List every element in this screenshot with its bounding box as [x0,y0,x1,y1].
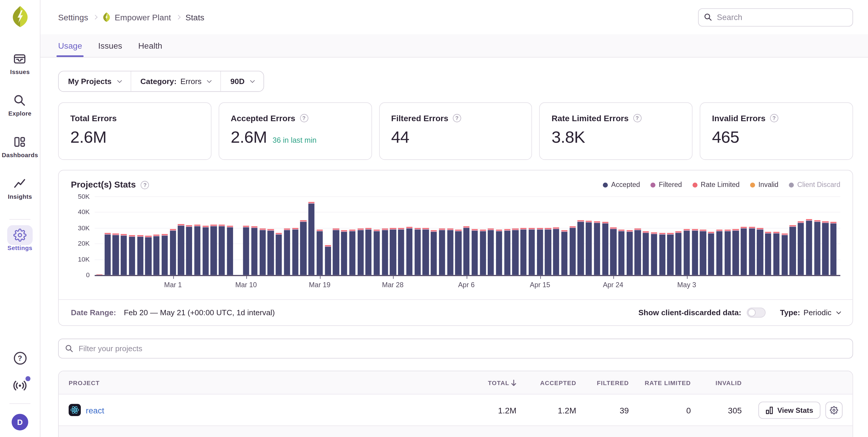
chart-bar [602,222,608,275]
stat-card-title: Accepted Errors [231,113,295,123]
org-logo-small-icon [102,12,111,22]
client-discard-toggle[interactable] [747,308,766,317]
org-logo[interactable] [11,6,29,28]
chart-bar [390,228,396,275]
client-discard-toggle-label: Show client-discarded data: [639,308,741,317]
legend-dot-icon [789,182,794,187]
breadcrumb-org-label: Empower Plant [115,12,171,22]
sidebar-item-settings[interactable]: Settings [7,229,32,251]
chart-bar [219,225,225,275]
y-axis-tick-label: 50K [78,193,90,200]
chart-bar [374,230,380,275]
bar-chart-icon [766,406,773,414]
sidebar-bottom: D [9,352,30,430]
rate-limited-cell: 0 [629,405,691,414]
projects-dropdown[interactable]: My Projects [59,71,130,92]
main-area: Settings Empower Plant Stats [40,0,868,437]
chart-bar [668,233,674,275]
category-dropdown[interactable]: Category: Errors [131,71,220,92]
stat-card-value: 2.6M [231,128,267,146]
chart-bar [308,202,314,275]
help-tooltip-icon[interactable] [453,114,461,122]
chevron-right-icon [176,15,181,20]
stat-cards: Total Errors 2.6M Accepted Errors 2.6M 3… [58,102,853,160]
column-header-rate-limited[interactable]: RATE LIMITED [629,379,691,386]
legend-item[interactable]: Rate Limited [692,181,740,189]
breadcrumb-settings[interactable]: Settings [58,12,88,22]
whats-new-button[interactable] [13,378,27,393]
chart-bar [464,226,470,275]
breadcrumb-page: Stats [185,12,204,22]
chart-bar [121,234,127,275]
chart-bar [276,233,282,275]
sidebar-item-label: Insights [8,193,32,200]
sidebar-item-explore[interactable]: Explore [8,94,31,117]
chevron-right-icon [93,15,98,20]
category-value: Errors [181,77,202,86]
type-dropdown[interactable]: Type: Periodic [780,308,840,317]
chart-bar [733,229,739,275]
help-tooltip-icon[interactable] [770,114,778,122]
tab-usage[interactable]: Usage [58,34,82,57]
top-bar: Settings Empower Plant Stats [40,0,868,34]
column-header-filtered[interactable]: FILTERED [576,379,629,386]
insights-chart-icon [13,177,27,191]
legend-item[interactable]: Filtered [651,181,682,189]
chart-bar [651,232,657,275]
x-axis-tick-label: Apr 15 [530,281,550,289]
tab-issues[interactable]: Issues [98,34,122,57]
date-range-dropdown[interactable]: 90D [221,71,264,92]
help-tooltip-icon[interactable] [633,114,642,122]
legend-item[interactable]: Client Discard [789,181,840,189]
project-filter [58,338,853,359]
column-header-project[interactable]: PROJECT [59,379,456,386]
sidebar-item-dashboards[interactable]: Dashboards [2,135,38,158]
sidebar-item-issues[interactable]: Issues [10,52,30,75]
app-root: Issues Explore Dashboards [0,0,868,437]
user-avatar[interactable]: D [11,414,28,430]
filtered-cell: 39 [576,405,629,414]
chart-bar [757,228,763,275]
chart-bar [512,228,518,275]
chart-footer: Date Range: Feb 20 — May 21 (+00:00 UTC,… [59,299,852,325]
chart-bar [578,220,584,275]
broadcast-icon [13,378,27,393]
stat-card-title: Rate Limited Errors [552,113,629,123]
project-settings-button[interactable] [826,401,843,418]
chevron-down-icon [117,78,122,83]
legend-dot-icon [651,182,656,187]
legend-item[interactable]: Accepted [603,181,640,189]
chart-bar [684,229,690,275]
dashboards-icon [13,135,27,149]
help-icon[interactable] [13,352,26,365]
y-axis-tick-label: 0 [86,271,90,279]
project-filter-input[interactable] [58,338,853,359]
chart-bar [675,232,682,275]
help-tooltip-icon[interactable] [300,114,308,122]
chart-bar [203,226,209,275]
chart-bar [292,228,298,275]
x-axis-tick [540,276,541,279]
view-stats-button[interactable]: View Stats [758,401,820,418]
breadcrumb-org[interactable]: Empower Plant [102,12,171,22]
legend-dot-icon [750,182,755,187]
sidebar-item-insights[interactable]: Insights [8,177,32,200]
chart-bar [145,236,151,275]
column-header-invalid[interactable]: INVALID [691,379,742,386]
stat-card-title: Total Errors [70,113,117,123]
chart-bar [317,229,323,275]
chart-bar [178,224,184,275]
column-header-total[interactable]: TOTAL [456,379,516,386]
project-link[interactable]: react [86,405,104,414]
help-tooltip-icon[interactable] [141,181,149,189]
chart-bar [162,234,168,275]
projects-table: PROJECT TOTAL ACCEPTED FILTERED RATE LIM… [58,371,853,437]
sidebar-nav: Issues Explore Dashboards [2,52,38,269]
legend-item[interactable]: Invalid [750,181,778,189]
column-header-accepted[interactable]: ACCEPTED [517,379,577,386]
tab-health[interactable]: Health [138,34,162,57]
search-input[interactable] [698,8,853,26]
explore-search-icon [13,94,27,107]
chart-bar [618,230,625,275]
issues-icon [13,52,27,66]
